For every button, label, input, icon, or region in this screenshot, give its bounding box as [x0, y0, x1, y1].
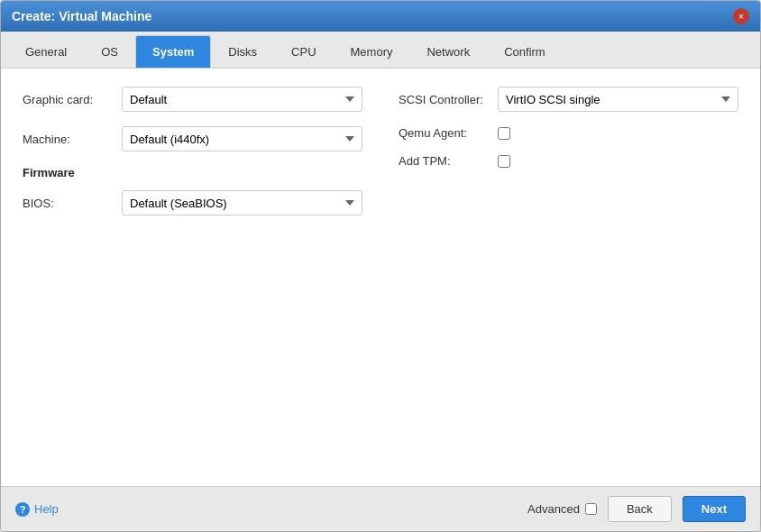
qemu-agent-row: Qemu Agent:: [399, 126, 738, 140]
firmware-label: Firmware: [23, 166, 362, 179]
qemu-agent-label: Qemu Agent:: [399, 126, 498, 140]
scsi-controller-label: SCSI Controller:: [399, 93, 498, 106]
tabs-bar: General OS System Disks CPU Memory Netwo…: [1, 32, 760, 69]
tab-system[interactable]: System: [135, 35, 211, 68]
footer-left: ? Help: [15, 502, 59, 517]
tab-network[interactable]: Network: [409, 35, 487, 68]
tab-memory[interactable]: Memory: [334, 35, 410, 68]
add-tpm-row: Add TPM:: [399, 154, 738, 168]
tab-cpu[interactable]: CPU: [274, 35, 333, 68]
footer-right: Advanced Back Next: [527, 496, 746, 522]
bios-label: BIOS:: [23, 197, 122, 210]
add-tpm-label: Add TPM:: [399, 154, 498, 168]
help-label: Help: [34, 502, 59, 516]
advanced-label[interactable]: Advanced: [527, 502, 597, 516]
advanced-text: Advanced: [527, 502, 580, 516]
qemu-agent-checkbox[interactable]: [498, 127, 510, 140]
machine-select[interactable]: Default (i440fx) q35: [122, 126, 362, 151]
qemu-agent-checkbox-wrapper: [498, 127, 510, 140]
graphic-card-select[interactable]: Default VirtIO-GPU Standard VGA VMware c…: [122, 87, 362, 112]
graphic-card-label: Graphic card:: [23, 93, 122, 106]
advanced-checkbox[interactable]: [585, 503, 597, 515]
next-button[interactable]: Next: [683, 496, 746, 522]
bios-row: BIOS: Default (SeaBIOS) OVMF (UEFI): [23, 190, 362, 216]
tab-confirm[interactable]: Confirm: [487, 35, 563, 68]
dialog-header: Create: Virtual Machine ×: [1, 1, 760, 32]
tab-disks[interactable]: Disks: [211, 35, 274, 68]
tab-general[interactable]: General: [8, 35, 84, 68]
back-button[interactable]: Back: [608, 496, 672, 522]
machine-row: Machine: Default (i440fx) q35: [23, 126, 362, 151]
help-icon: ?: [15, 502, 30, 517]
machine-label: Machine:: [23, 133, 122, 146]
tab-os[interactable]: OS: [84, 35, 135, 68]
bios-select[interactable]: Default (SeaBIOS) OVMF (UEFI): [122, 190, 362, 216]
dialog-footer: ? Help Advanced Back Next: [1, 486, 760, 531]
dialog-body: Graphic card: Default VirtIO-GPU Standar…: [1, 69, 760, 486]
dialog-title: Create: Virtual Machine: [12, 9, 151, 23]
form-col-right: SCSI Controller: VirtIO SCSI single Virt…: [399, 87, 738, 230]
scsi-controller-row: SCSI Controller: VirtIO SCSI single Virt…: [399, 87, 738, 112]
create-vm-dialog: Create: Virtual Machine × General OS Sys…: [0, 0, 761, 532]
close-button[interactable]: ×: [733, 8, 749, 24]
graphic-card-row: Graphic card: Default VirtIO-GPU Standar…: [23, 87, 362, 112]
add-tpm-checkbox-wrapper: [498, 155, 510, 168]
form-col-left: Graphic card: Default VirtIO-GPU Standar…: [23, 87, 362, 230]
scsi-controller-select[interactable]: VirtIO SCSI single VirtIO SCSI LSI 53C89…: [498, 87, 738, 112]
form-section: Graphic card: Default VirtIO-GPU Standar…: [23, 87, 738, 230]
add-tpm-checkbox[interactable]: [498, 155, 510, 168]
help-button[interactable]: ? Help: [15, 502, 59, 517]
